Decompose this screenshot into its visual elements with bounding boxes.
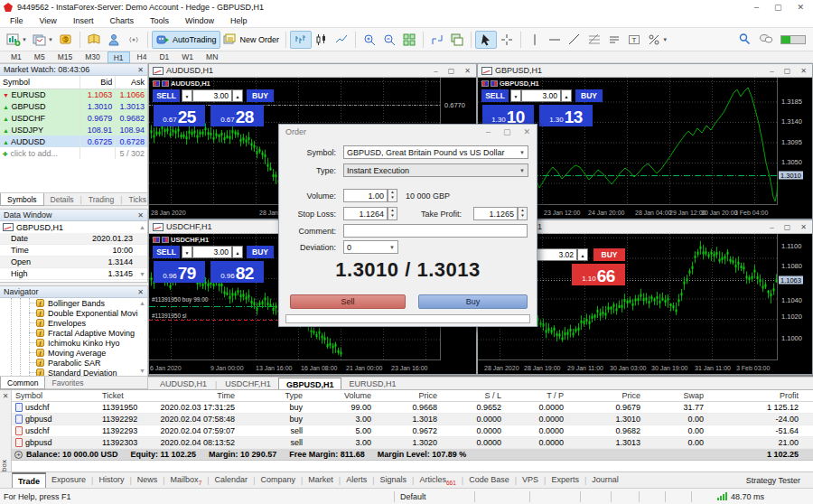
sell-button[interactable]: SELL	[481, 89, 509, 102]
indicator-ichimoku[interactable]: fIchimoku Kinko Hyo	[0, 338, 147, 348]
tab-history[interactable]: History	[93, 472, 129, 488]
click-to-add-row[interactable]: ✚ click to add... 5 / 302	[0, 147, 147, 159]
tab-articles[interactable]: Articles661	[414, 472, 461, 488]
channels-button[interactable]	[604, 31, 624, 49]
menu-window[interactable]: Window	[177, 16, 222, 25]
volume-input[interactable]: 3.00	[192, 246, 232, 258]
minimize-icon[interactable]: –	[434, 67, 437, 75]
buy-button[interactable]: BUY	[593, 248, 625, 261]
volume-up-button[interactable]: ▲	[561, 89, 572, 102]
fibonacci-button[interactable]	[584, 31, 604, 49]
close-icon[interactable]: ✕	[797, 3, 804, 12]
symbol-row-gbpusd[interactable]: ▲ GBPUSD 1.3010 1.3013	[0, 100, 147, 112]
chart-tab-usdchf[interactable]: USDCHF,H1	[218, 378, 278, 389]
tab-alerts[interactable]: Alerts	[341, 472, 372, 488]
cascade-windows-button[interactable]	[447, 31, 467, 49]
close-icon[interactable]: ✕	[464, 67, 471, 75]
indicator-parabolic-sar[interactable]: fParabolic SAR	[0, 358, 147, 368]
profile-indicator[interactable]: Default	[395, 492, 474, 501]
zoom-out-button[interactable]	[379, 31, 399, 49]
maximize-icon[interactable]: ▢	[774, 3, 782, 12]
new-order-button[interactable]: New Order	[220, 31, 283, 49]
close-icon[interactable]: ✕	[0, 392, 11, 400]
menu-file[interactable]: File	[2, 16, 32, 25]
sell-price[interactable]: 0.6725	[154, 105, 205, 126]
takeprofit-spinner[interactable]: ▲▼	[518, 207, 528, 220]
volume-up-button[interactable]: ▲	[232, 246, 243, 258]
tile-windows-button[interactable]	[399, 31, 419, 49]
profiles-button[interactable]: ▼	[30, 31, 56, 49]
buy-button[interactable]: Buy	[418, 294, 528, 309]
indicator-moving-average[interactable]: fMoving Average	[0, 348, 147, 358]
scroll-up-icon[interactable]: ▲	[139, 224, 145, 230]
menu-help[interactable]: Help	[222, 16, 256, 25]
text-label-button[interactable]: T	[624, 31, 644, 49]
signals-broadcast-button[interactable]	[124, 31, 144, 49]
scroll-down-icon[interactable]: ▼	[139, 271, 145, 277]
line-chart-button[interactable]	[332, 31, 351, 49]
indicator-double-exponential[interactable]: fDouble Exponential Movi	[0, 308, 147, 318]
chart-tab-audusd[interactable]: AUDUSD,H1	[153, 378, 214, 389]
zoom-in-button[interactable]	[360, 31, 379, 49]
tf-mn[interactable]: MN	[201, 51, 223, 62]
tf-m5[interactable]: M5	[29, 51, 51, 62]
symbol-select[interactable]: GBPUSD, Great Britain Pound vs US Dollar…	[343, 145, 528, 159]
maximize-icon[interactable]: ▢	[784, 223, 791, 231]
minimize-icon[interactable]: –	[770, 67, 773, 75]
minimize-icon[interactable]: –	[486, 127, 491, 136]
indicator-fractal-adaptive[interactable]: fFractal Adaptive Moving	[0, 328, 147, 338]
tab-exposure[interactable]: Exposure	[46, 472, 91, 488]
auto-arrange-button[interactable]	[427, 31, 447, 49]
tab-company[interactable]: Company	[255, 472, 301, 488]
trade-row[interactable]: usdchf 11392293 2020.02.04 07:59:07 sell…	[12, 425, 813, 437]
sell-price[interactable]: 0.9679	[154, 261, 205, 283]
tf-m30[interactable]: M30	[79, 51, 106, 62]
close-icon[interactable]: ✕	[800, 223, 807, 231]
tab-mailbox[interactable]: Mailbox7	[165, 472, 208, 488]
buy-price[interactable]: 0.6728	[210, 105, 264, 126]
tab-trading[interactable]: Trading	[82, 193, 121, 206]
menu-tools[interactable]: Tools	[142, 16, 177, 25]
tf-m1[interactable]: M1	[5, 51, 27, 62]
menu-insert[interactable]: Insert	[65, 16, 102, 25]
volume-up-button[interactable]: ▲	[232, 89, 243, 102]
tf-m15[interactable]: M15	[52, 51, 79, 62]
vertical-line-button[interactable]	[525, 31, 545, 49]
symbol-row-usdjpy[interactable]: ▲ USDJPY 108.91 108.94	[0, 124, 147, 135]
tab-favorites[interactable]: Favorites	[45, 377, 89, 389]
trade-row[interactable]: gbpusd 11392292 2020.02.04 07:58:48 buy …	[12, 414, 813, 425]
tab-news[interactable]: News	[132, 472, 164, 488]
tab-symbols[interactable]: Symbols	[0, 193, 44, 206]
shapes-button[interactable]: ▼	[644, 31, 670, 49]
chart-window-titlebar[interactable]: AUDUSD,H1 –▢✕	[149, 64, 476, 78]
cursor-button[interactable]	[475, 31, 497, 49]
buy-price[interactable]: 1.3013	[539, 105, 593, 126]
menu-view[interactable]: View	[32, 16, 65, 25]
data-window-button[interactable]	[104, 31, 124, 49]
volume-down-button[interactable]: ▼	[510, 89, 521, 102]
volume-input[interactable]: 3.00	[192, 89, 232, 102]
new-chart-button[interactable]: ▼	[4, 31, 30, 49]
accounts-button[interactable]: $	[56, 31, 76, 49]
buy-price[interactable]: 1.1066	[572, 264, 625, 285]
tab-calendar[interactable]: Calendar	[210, 472, 254, 488]
buy-button[interactable]: BUY	[247, 89, 274, 102]
volume-down-button[interactable]: ▼	[182, 89, 192, 102]
chat-icon[interactable]	[759, 32, 773, 48]
stoploss-spinner[interactable]: ▲▼	[388, 207, 397, 220]
volume-input[interactable]: 1.00	[343, 189, 388, 202]
tab-trade[interactable]: Trade	[12, 472, 46, 488]
tab-code-base[interactable]: Code Base	[463, 472, 515, 488]
trade-row[interactable]: usdchf 11391950 2020.02.03 17:31:25 buy …	[12, 402, 813, 414]
expand-icon[interactable]: +	[14, 451, 23, 459]
sell-button[interactable]: Sell	[290, 294, 406, 309]
volume-down-button[interactable]: ▼	[182, 246, 192, 258]
minimize-icon[interactable]: –	[754, 3, 759, 12]
search-icon[interactable]	[737, 32, 752, 48]
type-select[interactable]: Instant Execution▼	[343, 163, 528, 177]
crosshair-button[interactable]	[497, 31, 517, 49]
tf-h4[interactable]: H4	[132, 51, 153, 62]
tab-signals[interactable]: Signals	[375, 472, 413, 488]
strategy-tester-label[interactable]: Strategy Tester	[746, 476, 800, 485]
takeprofit-input[interactable]: 1.1265	[473, 207, 518, 220]
